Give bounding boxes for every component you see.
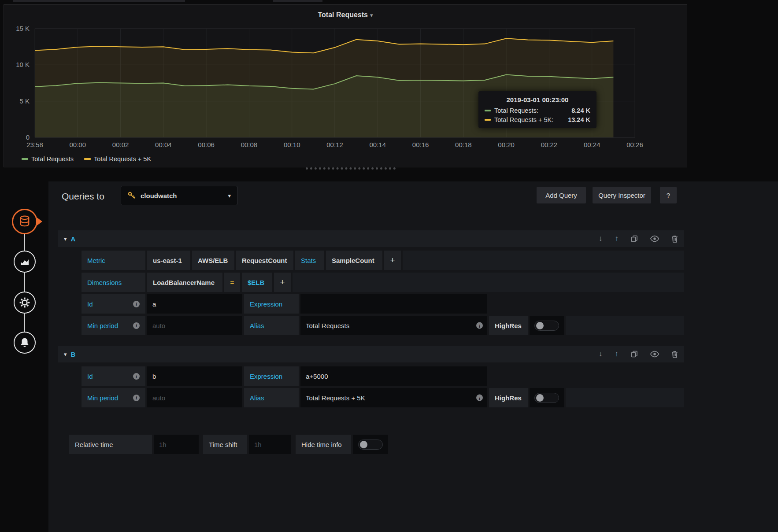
svg-text:00:18: 00:18 [455, 141, 472, 148]
expression-field-wrap [300, 366, 487, 386]
highres-toggle-a[interactable] [530, 316, 564, 335]
key-icon [127, 191, 136, 200]
row-filler [403, 251, 684, 270]
expression-field-wrap [300, 294, 487, 314]
duplicate-query-button[interactable] [631, 351, 638, 358]
add-stat-button[interactable]: + [384, 251, 401, 270]
move-query-up-button[interactable] [615, 234, 619, 243]
alias-input-a[interactable] [300, 316, 487, 335]
toggle-query-visibility-button[interactable] [650, 351, 659, 358]
add-query-button[interactable]: Add Query [537, 187, 586, 203]
highres-toggle-b[interactable] [530, 388, 564, 407]
expression-input-b[interactable] [300, 366, 487, 386]
query-section-header-b[interactable]: B [58, 346, 684, 362]
time-shift-field-wrap [249, 435, 291, 454]
add-dimension-button[interactable]: + [274, 273, 291, 292]
help-button[interactable]: ? [660, 187, 677, 203]
min-period-label: Min period [82, 388, 145, 407]
svg-text:00:04: 00:04 [155, 141, 172, 148]
panel-title[interactable]: Total Requests [4, 11, 687, 19]
info-icon[interactable] [133, 373, 140, 380]
toggle-query-visibility-button[interactable] [650, 235, 659, 242]
trash-icon [671, 351, 678, 358]
tab-queries[interactable] [12, 209, 37, 234]
move-query-up-button[interactable] [615, 350, 619, 358]
query-inspector-button[interactable]: Query Inspector [593, 187, 651, 203]
alias-input-b[interactable] [300, 388, 487, 407]
svg-text:5 K: 5 K [19, 97, 30, 105]
svg-text:00:14: 00:14 [370, 141, 386, 148]
chevron-down-icon [228, 192, 231, 199]
info-icon[interactable] [476, 395, 483, 401]
min-period-input-a[interactable] [147, 316, 242, 335]
toggle-track [534, 321, 559, 331]
relative-time-field-wrap [154, 435, 199, 454]
id-label: Id [82, 294, 145, 314]
metric-name-segment[interactable]: RequestCount [236, 251, 293, 270]
svg-text:00:02: 00:02 [112, 141, 129, 148]
relative-time-input[interactable] [154, 435, 199, 454]
row-filler [566, 388, 684, 407]
copy-icon [631, 351, 638, 358]
min-period-input-b[interactable] [147, 388, 242, 407]
legend-series-label: Total Requests + 5K [94, 155, 151, 163]
hide-time-info-toggle[interactable] [353, 435, 388, 454]
move-query-down-button[interactable] [599, 234, 603, 243]
info-icon[interactable] [133, 301, 140, 307]
id-field-wrap [147, 294, 242, 314]
legend-item[interactable]: Total Requests [22, 155, 74, 163]
relative-time-label: Relative time [69, 435, 152, 454]
namespace-segment[interactable]: AWS/ELB [192, 251, 234, 270]
id-input-b[interactable] [147, 366, 242, 386]
bell-icon [19, 337, 30, 348]
region-segment[interactable]: us-east-1 [147, 251, 190, 270]
legend-item[interactable]: Total Requests + 5K [84, 155, 151, 163]
move-query-down-button[interactable] [599, 350, 603, 358]
grafana-screen: Total Requests 05 K10 K15 K23:5800:0000:… [0, 0, 778, 532]
tooltip-row: Total Requests + 5K: 13.24 K [485, 116, 590, 123]
expression-input-a[interactable] [300, 294, 487, 314]
highres-label: HighRes [489, 316, 528, 335]
min-period-field-wrap [147, 388, 242, 407]
svg-text:0: 0 [26, 133, 30, 141]
delete-query-button[interactable] [671, 235, 678, 243]
query-ref-label: A [71, 235, 76, 243]
tab-visualization[interactable] [14, 251, 36, 273]
dimension-key-segment[interactable]: LoadBalancerName [147, 273, 222, 292]
dimension-value-segment[interactable]: $ELB [242, 273, 272, 292]
tab-general[interactable] [14, 292, 36, 314]
info-icon[interactable] [133, 322, 140, 329]
query-actions [599, 350, 678, 358]
svg-text:00:12: 00:12 [326, 141, 343, 148]
svg-text:10 K: 10 K [16, 61, 30, 68]
id-field-wrap [147, 366, 242, 386]
highres-label: HighRes [489, 388, 528, 407]
info-icon[interactable] [476, 322, 483, 329]
query-editor-main: Queries to cloudwatch Add Query Query In… [48, 181, 778, 532]
svg-text:23:58: 23:58 [26, 141, 43, 148]
id-input-a[interactable] [147, 294, 242, 314]
min-period-field-wrap [147, 316, 242, 335]
hide-time-info-label: Hide time info [296, 435, 351, 454]
equals-operator: = [224, 273, 240, 292]
datasource-dropdown[interactable]: cloudwatch [121, 186, 237, 205]
chart-legend: Total RequestsTotal Requests + 5K [22, 155, 151, 163]
toggle-knob [536, 394, 544, 402]
min-period-label: Min period [82, 316, 145, 335]
timeseries-chart[interactable]: 05 K10 K15 K23:5800:0000:0200:0400:0600:… [6, 22, 684, 155]
panel-resize-handle[interactable] [306, 167, 396, 170]
delete-query-button[interactable] [671, 351, 678, 358]
query-section-header-a[interactable]: A [58, 230, 684, 247]
tab-alert[interactable] [14, 332, 36, 354]
query-actions [599, 234, 678, 243]
time-shift-input[interactable] [249, 435, 291, 454]
stats-segment[interactable]: SampleCount [326, 251, 382, 270]
info-icon[interactable] [133, 395, 140, 401]
svg-text:00:06: 00:06 [198, 141, 215, 148]
metric-row: Metric us-east-1 AWS/ELB RequestCount St… [82, 251, 684, 270]
duplicate-query-button[interactable] [631, 235, 638, 242]
svg-text:00:00: 00:00 [70, 141, 86, 148]
tab-connector-line [24, 222, 25, 343]
arrow-down-icon [599, 234, 603, 243]
eye-icon [650, 235, 659, 242]
